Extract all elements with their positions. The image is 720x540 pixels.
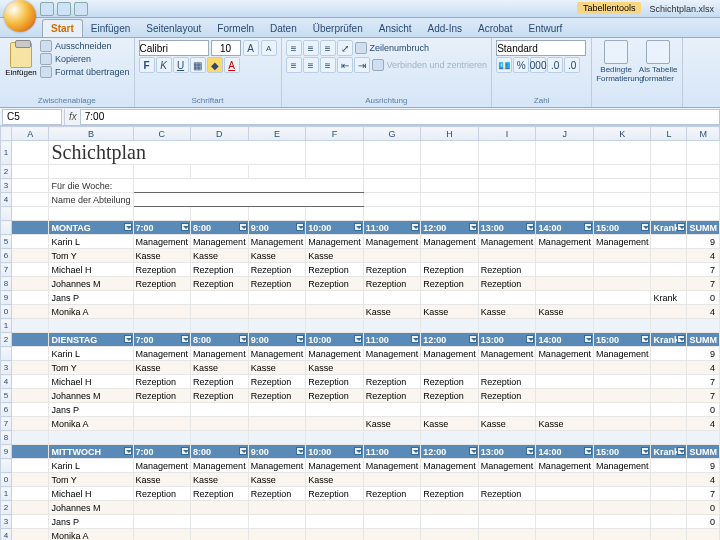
- shift-cell[interactable]: [478, 403, 536, 417]
- time-header[interactable]: 13:00: [478, 445, 536, 459]
- row-header[interactable]: 7: [1, 263, 12, 277]
- cell[interactable]: [12, 431, 49, 445]
- decrease-font-button[interactable]: A: [261, 40, 277, 56]
- shift-cell[interactable]: Kasse: [421, 305, 479, 319]
- shift-cell[interactable]: [593, 361, 651, 375]
- row-header[interactable]: 9: [1, 445, 12, 459]
- shift-cell[interactable]: Management: [133, 347, 191, 361]
- shift-cell[interactable]: [536, 263, 594, 277]
- filter-dropdown-icon[interactable]: [296, 335, 304, 343]
- cell[interactable]: [12, 193, 49, 207]
- row-header[interactable]: 6: [1, 249, 12, 263]
- time-header[interactable]: 8:00: [191, 333, 249, 347]
- employee-name[interactable]: Monika A: [49, 417, 133, 431]
- krank-header[interactable]: Krank?: [651, 445, 687, 459]
- shift-cell[interactable]: [593, 305, 651, 319]
- shift-cell[interactable]: Kasse: [478, 305, 536, 319]
- shift-cell[interactable]: [248, 417, 306, 431]
- krank-cell[interactable]: [651, 249, 687, 263]
- krank-cell[interactable]: [651, 235, 687, 249]
- shift-cell[interactable]: Management: [248, 347, 306, 361]
- krank-cell[interactable]: [651, 263, 687, 277]
- filter-dropdown-icon[interactable]: [239, 447, 247, 455]
- cell[interactable]: [363, 319, 421, 333]
- krank-cell[interactable]: [651, 515, 687, 529]
- shift-cell[interactable]: Management: [363, 347, 421, 361]
- employee-name[interactable]: Jans P: [49, 403, 133, 417]
- krank-cell[interactable]: [651, 347, 687, 361]
- shift-cell[interactable]: Kasse: [191, 361, 249, 375]
- sum-cell[interactable]: 0: [687, 403, 720, 417]
- shift-cell[interactable]: Management: [133, 235, 191, 249]
- align-left-button[interactable]: ≡: [286, 57, 302, 73]
- filter-dropdown-icon[interactable]: [354, 447, 362, 455]
- shift-cell[interactable]: Rezeption: [363, 375, 421, 389]
- shift-cell[interactable]: [536, 529, 594, 541]
- cell[interactable]: [49, 319, 133, 333]
- cell[interactable]: [687, 179, 720, 193]
- shift-cell[interactable]: Kasse: [133, 361, 191, 375]
- shift-cell[interactable]: Management: [306, 459, 364, 473]
- row-header[interactable]: 4: [1, 529, 12, 541]
- sum-cell[interactable]: 7: [687, 375, 720, 389]
- cell[interactable]: [651, 179, 687, 193]
- cell[interactable]: [133, 319, 191, 333]
- filter-dropdown-icon[interactable]: [411, 223, 419, 231]
- shift-cell[interactable]: [363, 361, 421, 375]
- filter-dropdown-icon[interactable]: [124, 223, 132, 231]
- shift-cell[interactable]: [191, 291, 249, 305]
- col-header-L[interactable]: L: [651, 127, 687, 141]
- time-header[interactable]: 8:00: [191, 221, 249, 235]
- thousands-button[interactable]: 000: [530, 57, 546, 73]
- shift-cell[interactable]: Rezeption: [133, 263, 191, 277]
- fill-color-button[interactable]: ◆: [207, 57, 223, 73]
- sum-header[interactable]: SUMM: [687, 445, 720, 459]
- employee-name[interactable]: Karin L: [49, 235, 133, 249]
- krank-cell[interactable]: [651, 277, 687, 291]
- krank-cell[interactable]: [651, 305, 687, 319]
- shift-cell[interactable]: [593, 529, 651, 541]
- filter-dropdown-icon[interactable]: [584, 223, 592, 231]
- align-middle-button[interactable]: ≡: [303, 40, 319, 56]
- conditional-formatting-button[interactable]: Bedingte Formatierung: [596, 40, 636, 83]
- time-header[interactable]: 12:00: [421, 445, 479, 459]
- shift-cell[interactable]: [133, 515, 191, 529]
- increase-decimal-button[interactable]: .0: [547, 57, 563, 73]
- cell[interactable]: [687, 431, 720, 445]
- cell[interactable]: [687, 207, 720, 221]
- sum-cell[interactable]: 4: [687, 249, 720, 263]
- shift-cell[interactable]: Kasse: [133, 473, 191, 487]
- filter-dropdown-icon[interactable]: [584, 335, 592, 343]
- col-header-K[interactable]: K: [593, 127, 651, 141]
- shift-cell[interactable]: [363, 473, 421, 487]
- cell[interactable]: [593, 431, 651, 445]
- cell[interactable]: [687, 319, 720, 333]
- shift-cell[interactable]: Kasse: [306, 249, 364, 263]
- cell[interactable]: [12, 207, 49, 221]
- cell[interactable]: [363, 179, 421, 193]
- shift-cell[interactable]: [421, 291, 479, 305]
- filter-dropdown-icon[interactable]: [469, 447, 477, 455]
- filter-dropdown-icon[interactable]: [354, 223, 362, 231]
- row-header[interactable]: [1, 221, 12, 235]
- cell[interactable]: [687, 141, 720, 165]
- shift-cell[interactable]: Management: [478, 459, 536, 473]
- shift-cell[interactable]: [191, 515, 249, 529]
- cell[interactable]: [12, 501, 49, 515]
- cell[interactable]: [536, 431, 594, 445]
- shift-cell[interactable]: Management: [248, 235, 306, 249]
- shift-cell[interactable]: Rezeption: [421, 389, 479, 403]
- employee-name[interactable]: Jans P: [49, 291, 133, 305]
- wrap-text-button[interactable]: Zeilenumbruch: [355, 42, 430, 54]
- cell[interactable]: [536, 165, 594, 179]
- cell[interactable]: [133, 431, 191, 445]
- copy-button[interactable]: Kopieren: [40, 53, 130, 65]
- shift-cell[interactable]: [478, 501, 536, 515]
- shift-cell[interactable]: Rezeption: [191, 277, 249, 291]
- cell[interactable]: [478, 165, 536, 179]
- sum-cell[interactable]: 0: [687, 501, 720, 515]
- shift-cell[interactable]: Kasse: [536, 417, 594, 431]
- shift-cell[interactable]: [536, 291, 594, 305]
- currency-button[interactable]: 💶: [496, 57, 512, 73]
- employee-name[interactable]: Jans P: [49, 515, 133, 529]
